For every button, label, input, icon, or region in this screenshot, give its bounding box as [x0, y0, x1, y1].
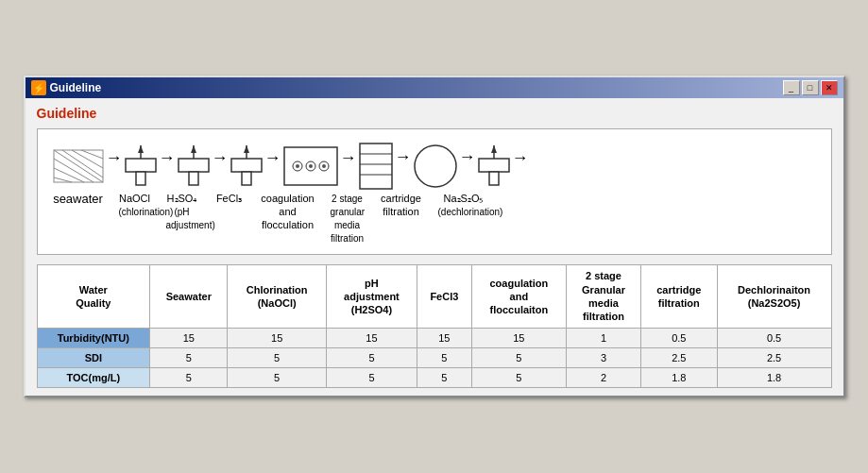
svg-marker-19: [244, 145, 249, 153]
cell-toc-dechlo: 1.8: [717, 367, 831, 387]
table-row-sdi: SDI 5 5 5 5 5 3 2.5 2.5: [37, 347, 831, 367]
cell-toc-seawater: 5: [150, 367, 228, 387]
h2so4-symbol: [178, 145, 210, 187]
flow-step-na2s2o5: [478, 145, 510, 187]
cell-sdi-chlorination: 5: [228, 347, 326, 367]
fecl3-symbol: [230, 145, 263, 187]
close-button[interactable]: ✕: [821, 80, 838, 95]
page-title: Guideline: [37, 106, 832, 121]
svg-rect-33: [489, 172, 499, 185]
cell-toc-coag: 5: [471, 367, 566, 387]
title-bar: ⚡ Guideline _ □ ✕: [26, 77, 843, 98]
arrow-4: →: [264, 148, 281, 168]
col-header-ph-adjustment: pHadjustment(H2SO4): [326, 265, 417, 328]
flow-step-cartridge: [414, 144, 457, 188]
arrow-1: →: [106, 148, 123, 168]
content-area: Guideline: [26, 98, 843, 395]
svg-point-26: [322, 164, 326, 168]
svg-marker-15: [191, 145, 196, 153]
na2s2o5-symbol: [478, 145, 510, 187]
arrow-5: →: [340, 148, 357, 168]
arrow-8: →: [512, 148, 529, 168]
col-header-coagulation: coagulationandflocculaiton: [471, 265, 566, 328]
window-title: Guideline: [50, 81, 102, 94]
cell-sdi-coag: 5: [471, 347, 566, 367]
label-h2so4: H₂SO₄ (pHadjustment): [166, 192, 198, 231]
cell-sdi-seawater: 5: [150, 347, 228, 367]
data-table: WaterQuality Seawater Chlorination(NaOCl…: [37, 264, 832, 387]
cell-turbidity-granular: 1: [567, 328, 641, 347]
col-header-water-quality: WaterQuality: [37, 265, 150, 328]
svg-marker-11: [138, 145, 144, 153]
label-naocl: NaOCl (chlorination): [119, 192, 151, 218]
granular-symbol: [359, 143, 393, 190]
cell-sdi-dechlo: 2.5: [717, 347, 831, 367]
cell-toc-fecl3: 5: [417, 367, 472, 387]
svg-point-22: [296, 164, 299, 168]
cell-toc-chlorination: 5: [228, 367, 326, 387]
minimize-button[interactable]: _: [783, 80, 800, 95]
arrow-7: →: [459, 147, 476, 167]
col-header-fecl3: FeCl3: [417, 265, 472, 328]
cell-turbidity-fecl3: 15: [417, 328, 472, 347]
maximize-button[interactable]: □: [802, 80, 819, 95]
flow-step-granular: [359, 143, 393, 190]
svg-rect-27: [360, 144, 392, 189]
cell-turbidity-label: Turbidity(NTU): [37, 328, 150, 347]
seawater-symbol: [53, 149, 104, 183]
arrow-2: →: [159, 148, 176, 168]
label-fecl3: FeCl₃: [213, 192, 246, 205]
col-header-chlorination: Chlorination(NaOCl): [228, 265, 326, 328]
col-header-cartridge: cartridgefiltration: [640, 265, 717, 328]
cartridge-symbol: [414, 144, 457, 188]
cell-turbidity-dechlo: 0.5: [717, 328, 831, 347]
flow-step-coag: [283, 146, 338, 186]
coag-symbol: [283, 146, 338, 186]
label-seawater: seawater: [53, 192, 104, 206]
svg-marker-35: [491, 145, 497, 153]
svg-rect-32: [479, 159, 509, 172]
cell-turbidity-coag: 15: [471, 328, 566, 347]
title-bar-left: ⚡ Guideline: [31, 80, 102, 95]
col-header-granular: 2 stageGranularmediafiltration: [567, 265, 641, 328]
cell-sdi-ph: 5: [326, 347, 417, 367]
svg-rect-9: [136, 172, 145, 185]
svg-rect-17: [242, 172, 251, 185]
cell-turbidity-cartridge: 0.5: [640, 328, 717, 347]
flow-step-fecl3: [230, 145, 263, 187]
cell-sdi-label: SDI: [37, 347, 150, 367]
cell-turbidity-chlorination: 15: [228, 328, 326, 347]
table-row-turbidity: Turbidity(NTU) 15 15 15 15 15 1 0.5 0.5: [37, 328, 831, 347]
svg-rect-16: [231, 159, 262, 172]
cell-toc-granular: 2: [567, 367, 641, 387]
title-buttons: _ □ ✕: [783, 80, 838, 95]
label-cartridge: cartridgefiltration: [380, 192, 423, 218]
col-header-seawater: Seawater: [150, 265, 228, 328]
arrow-3: →: [212, 148, 229, 168]
naocl-symbol: [125, 145, 157, 187]
svg-rect-12: [179, 159, 209, 172]
label-na2s2o5: Na₂S₂O₅ (dechlorination): [438, 192, 489, 218]
cell-toc-cartridge: 1.8: [640, 367, 717, 387]
svg-rect-8: [126, 159, 156, 172]
cell-sdi-cartridge: 2.5: [640, 347, 717, 367]
svg-point-31: [415, 145, 456, 187]
table-row-toc: TOC(mg/L) 5 5 5 5 5 2 1.8 1.8: [37, 367, 831, 387]
col-header-dechlorination: Dechlorinaiton(Na2S2O5): [717, 265, 831, 328]
cell-turbidity-ph: 15: [326, 328, 417, 347]
cell-sdi-granular: 3: [567, 347, 641, 367]
svg-point-24: [309, 164, 313, 168]
window-icon: ⚡: [31, 80, 46, 95]
label-granular: 2 stagegranularmediafiltration: [331, 192, 365, 245]
flow-step-h2so4: [178, 145, 210, 187]
cell-toc-ph: 5: [326, 367, 417, 387]
cell-sdi-fecl3: 5: [417, 347, 472, 367]
cell-turbidity-seawater: 15: [150, 328, 228, 347]
cell-toc-label: TOC(mg/L): [37, 367, 150, 387]
flow-step-seawater: [53, 149, 104, 183]
svg-rect-13: [189, 172, 198, 185]
main-window: ⚡ Guideline _ □ ✕ Guideline: [24, 76, 845, 397]
arrow-6: →: [395, 147, 412, 167]
label-coag: coagulationandflocculation: [261, 192, 315, 231]
flow-diagram-box: → →: [37, 128, 832, 255]
